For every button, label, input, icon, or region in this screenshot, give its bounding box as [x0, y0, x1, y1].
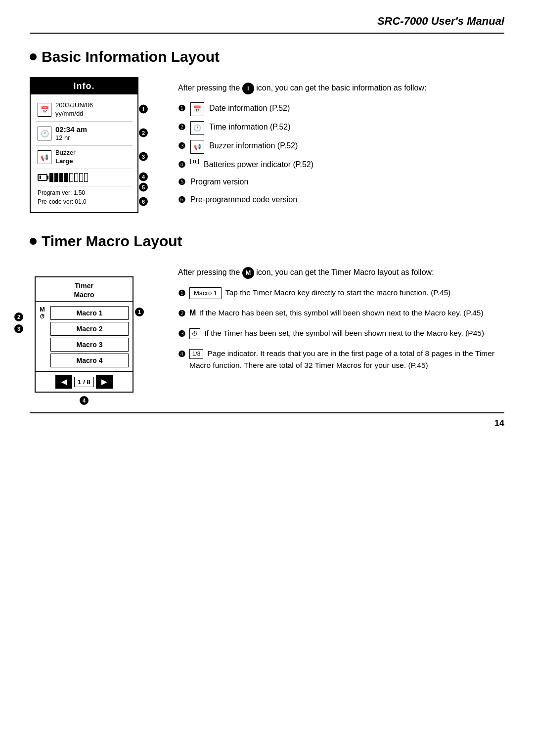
info-row-date: 📅 2003/JUN/06 yy/mm/dd 1: [36, 98, 133, 122]
info-item-6-text: Pre-programmed code version: [190, 194, 297, 206]
info-row-time-left: 🕐 02:34 am 12 hr: [38, 125, 87, 142]
timer-item-1-content: Macro 1 Tap the Timer Macro key directly…: [189, 287, 450, 299]
battery-icon: [38, 174, 47, 181]
info-row-battery-left: [38, 173, 88, 182]
svg-text:4: 4: [83, 398, 86, 403]
macro-btn-4[interactable]: Macro 4: [50, 354, 129, 367]
annot-2: 2: [138, 128, 148, 139]
annot-page-4: 4: [79, 396, 89, 407]
m-letter: M: [189, 309, 196, 317]
annot-m-2: 2: [14, 312, 24, 324]
info-row-battery: 4: [36, 169, 133, 186]
macro-indicators: M ⏱: [40, 306, 47, 320]
page-indicator: 1 / 8: [74, 377, 93, 387]
timer-item-4: ❹ 1/8 Page indicator. It reads that you …: [178, 348, 504, 371]
nav-left-btn[interactable]: ◀: [55, 375, 72, 389]
info-row-date-left: 📅 2003/JUN/06 yy/mm/dd: [38, 101, 93, 118]
annot-4: 4: [138, 172, 148, 183]
info-item-6: ❻ Pre-programmed code version: [178, 194, 504, 207]
m-indicator: M: [40, 306, 47, 313]
buzzer-icon: 📢: [38, 150, 51, 164]
timer-icon-btn: M: [242, 267, 254, 279]
annot-1: 1: [138, 104, 148, 115]
svg-text:1: 1: [138, 309, 141, 315]
svg-text:2: 2: [17, 314, 20, 320]
timer-item-2-content: M If the Macro has been set, this symbol…: [189, 307, 484, 319]
macro-row-2: Macro 2: [40, 322, 129, 336]
timer-indicator: ⏱: [40, 313, 47, 320]
info-panel-title: Info.: [31, 78, 137, 94]
section-timer-macro: Timer Macro Layout 2 3 Timer Macro: [30, 233, 504, 393]
info-item-3-text: Buzzer information (P.52): [209, 140, 298, 152]
timer-section-content: 2 3 Timer Macro M ⏱: [30, 262, 504, 393]
date-list-icon: 📅: [190, 102, 204, 116]
svg-text:3: 3: [142, 154, 145, 160]
svg-text:4: 4: [142, 174, 145, 179]
section1-intro: After pressing the i icon, you can get t…: [178, 82, 504, 94]
macro-row-1: M ⏱ Macro 1 1: [40, 306, 129, 320]
time-list-icon: 🕐: [190, 121, 204, 135]
info-item-5: ❺ Program version: [178, 176, 504, 189]
timer-intro: After pressing the M icon, you can get t…: [178, 267, 504, 279]
info-items-list: ❶ 📅 Date information (P.52) ❷ 🕐 Time inf…: [178, 102, 504, 207]
timer-device-wrapper: 2 3 Timer Macro M ⏱: [35, 276, 134, 393]
section1-info-list: After pressing the i icon, you can get t…: [178, 77, 504, 211]
info-icon: i: [242, 83, 254, 94]
macro-btn-1[interactable]: Macro 1: [50, 306, 129, 320]
info-rows: 📅 2003/JUN/06 yy/mm/dd 1: [31, 94, 137, 212]
buzzer-text: Buzzer Large: [55, 149, 75, 166]
svg-text:2: 2: [142, 130, 145, 135]
section1-content: Info. 📅 2003/JUN/06 yy/mm/dd: [30, 77, 504, 213]
info-row-buzzer: 📢 Buzzer Large 3: [36, 146, 133, 169]
timer-item-3-content: ⏱ If the Timer has been set, the symbol …: [189, 327, 484, 339]
info-item-4-text: Batteries power indicator (P.52): [204, 159, 313, 171]
footer: 14: [30, 412, 504, 429]
macro-btn-2[interactable]: Macro 2: [50, 322, 129, 336]
header-title: SRC-7000 User's Manual: [377, 15, 504, 27]
info-item-2: ❷ 🕐 Time information (P.52): [178, 121, 504, 135]
battery-display: [38, 173, 88, 182]
timer-info-list: After pressing the M icon, you can get t…: [178, 262, 504, 378]
timer-device: Timer Macro M ⏱ Macro 1: [35, 276, 134, 393]
bullet-dot-2: [30, 238, 37, 245]
info-row-buzzer-left: 📢 Buzzer Large: [38, 149, 75, 166]
battery-list-icon: [190, 159, 199, 164]
macro-list: M ⏱ Macro 1 1 Macro 2: [36, 302, 133, 371]
bullet-dot-1: [30, 53, 37, 60]
svg-text:6: 6: [142, 198, 145, 204]
timer-item-3: ❸ ⏱ If the Timer has been set, the symbo…: [178, 327, 504, 341]
timer-item-4-content: 1/8 Page indicator. It reads that you ar…: [189, 348, 504, 371]
timer-item-1: ❶ Macro 1 Tap the Timer Macro key direct…: [178, 287, 504, 300]
info-item-1-text: Date information (P.52): [209, 102, 290, 114]
time-icon: 🕐: [38, 127, 51, 140]
date-text: 2003/JUN/06 yy/mm/dd: [55, 101, 93, 118]
svg-text:1: 1: [142, 106, 145, 112]
info-device-wrapper: Info. 📅 2003/JUN/06 yy/mm/dd: [30, 77, 138, 213]
macro-row-3: Macro 3: [40, 338, 129, 352]
info-row-versions: Program ver: 1.50 Pre-code ver: 01.0 5 6: [36, 186, 133, 208]
timer-panel-title: Timer Macro: [36, 277, 133, 302]
info-device: Info. 📅 2003/JUN/06 yy/mm/dd: [30, 77, 138, 213]
info-item-3: ❸ 📢 Buzzer information (P.52): [178, 140, 504, 154]
page: SRC-7000 User's Manual Basic Information…: [0, 0, 534, 756]
header: SRC-7000 User's Manual: [30, 15, 504, 34]
timer-nav-row: ◀ 1 / 8 ▶: [36, 371, 133, 392]
annot-6: 6: [138, 196, 148, 209]
info-item-2-text: Time information (P.52): [209, 121, 291, 133]
annot-3: 3: [138, 152, 148, 163]
svg-text:5: 5: [142, 184, 145, 190]
info-item-5-text: Program version: [190, 176, 248, 188]
section-basic-info: Basic Information Layout Info. 📅 2003/JU…: [30, 48, 504, 213]
date-icon: 📅: [38, 103, 51, 117]
annot-timer-3: 3: [14, 324, 24, 336]
nav-right-btn[interactable]: ▶: [96, 375, 113, 389]
section2-heading: Timer Macro Layout: [30, 233, 504, 250]
page-indicator-icon: 1/8: [189, 349, 203, 359]
info-row-time: 🕐 02:34 am 12 hr 2: [36, 122, 133, 146]
timer-icon-indicator: ⏱: [189, 328, 200, 339]
macro-btn-3[interactable]: Macro 3: [50, 338, 129, 352]
annot-macro-1: 1: [134, 307, 144, 319]
battery-bars: [49, 173, 88, 182]
section1-heading: Basic Information Layout: [30, 48, 504, 65]
buzzer-list-icon: 📢: [190, 140, 204, 154]
